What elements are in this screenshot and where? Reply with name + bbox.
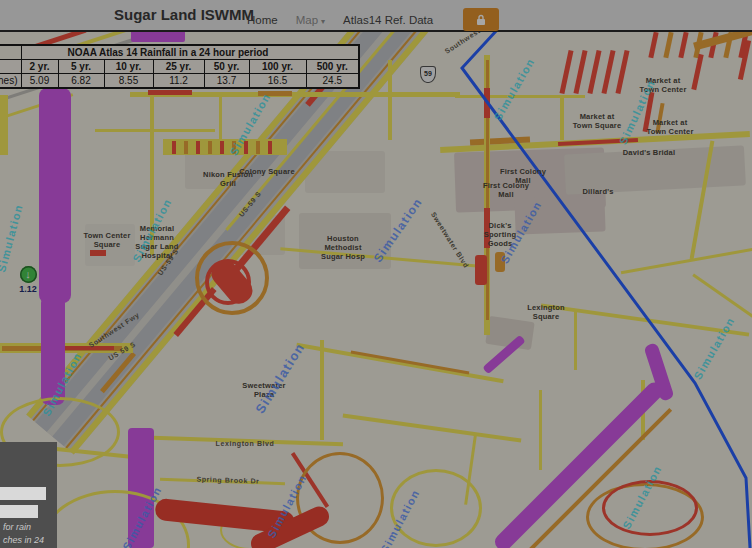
col-10yr: 10 yr. bbox=[104, 60, 153, 74]
rainfall-table: NOAA Atlas 14 Rainfall in a 24 hour peri… bbox=[0, 44, 360, 89]
val-100yr: 16.5 bbox=[249, 74, 306, 89]
val-5yr: 6.82 bbox=[58, 74, 104, 89]
nav-atlas14-ref-data[interactable]: Atlas14 Ref. Data bbox=[343, 14, 433, 26]
val-500yr: 24.5 bbox=[306, 74, 359, 89]
val-25yr: 11.2 bbox=[153, 74, 204, 89]
col-100yr: 100 yr. bbox=[249, 60, 306, 74]
app-window: Nikon Fusion GrillColony SquareMemorial … bbox=[0, 0, 752, 548]
map-label: Market at Town Square bbox=[573, 113, 622, 131]
lock-button[interactable] bbox=[463, 8, 499, 31]
map-label: First Colony Mall bbox=[483, 182, 529, 200]
input-field[interactable] bbox=[0, 505, 38, 518]
street-label: Lexington Blvd bbox=[216, 440, 275, 447]
download-arrow-icon: ↓ bbox=[20, 266, 37, 283]
map-label: Colony Square bbox=[239, 168, 295, 177]
lock-icon bbox=[475, 14, 487, 26]
col-2yr: 2 yr. bbox=[21, 60, 58, 74]
map-label: Dillard's bbox=[582, 188, 613, 197]
panel-text-line1: for rain bbox=[3, 522, 31, 532]
val-2yr: 5.09 bbox=[21, 74, 58, 89]
col-25yr: 25 yr. bbox=[153, 60, 204, 74]
us-59-shield: 59 bbox=[420, 66, 436, 83]
main-nav: Home Map▾ Atlas14 Ref. Data bbox=[247, 8, 499, 31]
map-label: Market at Town Center bbox=[646, 119, 693, 137]
map-label: David's Bridal bbox=[623, 149, 676, 158]
map-label: Town Center Square bbox=[83, 232, 130, 250]
table-corner bbox=[0, 45, 21, 60]
app-header: Sugar Land ISWMM Home Map▾ Atlas14 Ref. … bbox=[0, 0, 752, 32]
panel-text-line2: ches in 24 bbox=[3, 535, 44, 545]
map-marker[interactable]: ↓ 1.12 bbox=[17, 266, 39, 294]
row-label-inches: (inches) bbox=[0, 74, 21, 89]
chevron-down-icon: ▾ bbox=[321, 17, 325, 26]
col-500yr: 500 yr. bbox=[306, 60, 359, 74]
val-10yr: 8.55 bbox=[104, 74, 153, 89]
cutoff-panel: for rain ches in 24 bbox=[0, 442, 57, 548]
val-50yr: 13.7 bbox=[204, 74, 249, 89]
map-label: Houston Methodist Sugar Hosp bbox=[321, 235, 365, 262]
table-header-blank bbox=[0, 60, 21, 74]
nav-home[interactable]: Home bbox=[247, 14, 278, 26]
map-label: Lexington Square bbox=[527, 304, 565, 322]
table-title: NOAA Atlas 14 Rainfall in a 24 hour peri… bbox=[21, 45, 359, 60]
app-title: Sugar Land ISWMM bbox=[114, 6, 254, 23]
nav-map[interactable]: Map▾ bbox=[296, 14, 325, 26]
col-50yr: 50 yr. bbox=[204, 60, 249, 74]
input-field[interactable] bbox=[0, 487, 46, 500]
col-5yr: 5 yr. bbox=[58, 60, 104, 74]
marker-value: 1.12 bbox=[17, 284, 39, 294]
